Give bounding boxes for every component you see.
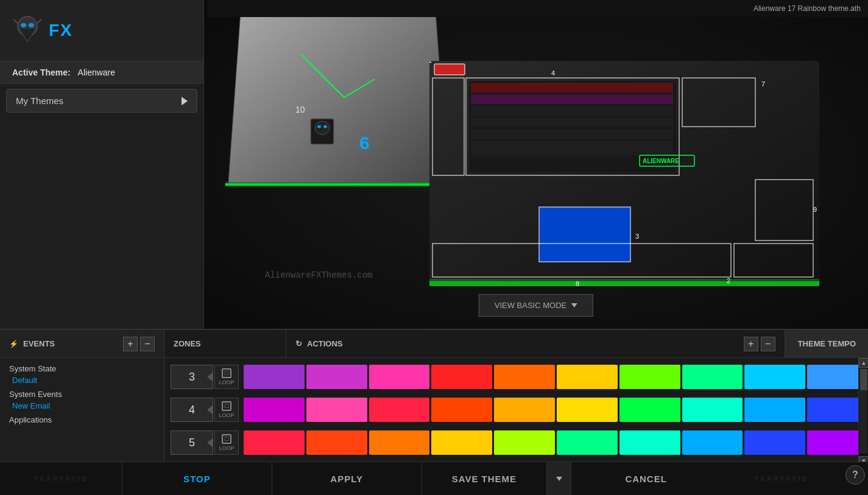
loop-3-icon: ☐ — [222, 368, 231, 378]
events-add-remove: + − — [123, 337, 155, 351]
watermark-text: AlienwareFXThemes.com — [265, 270, 372, 280]
row-5-number[interactable]: 5 — [171, 430, 213, 455]
svg-line-3 — [13, 19, 17, 23]
panel-content: System State Default System Events New E… — [0, 358, 868, 466]
stop-button[interactable]: STOP — [122, 462, 272, 495]
swatch-3-5[interactable] — [557, 365, 618, 389]
row-3-number[interactable]: 3 — [171, 365, 213, 389]
row-4-number[interactable]: 4 — [171, 398, 213, 422]
apply-button[interactable]: APPLY — [272, 462, 422, 495]
swatch-4-6[interactable] — [619, 398, 680, 422]
my-themes-label: My Themes — [16, 96, 63, 106]
svg-point-2 — [29, 23, 34, 27]
swatch-4-0[interactable] — [244, 398, 305, 422]
watermark-left: YEARFAVID — [0, 462, 122, 495]
swatch-3-0[interactable] — [244, 365, 305, 389]
logo-area: FX — [0, 0, 203, 61]
svg-point-12 — [315, 121, 330, 135]
help-button[interactable]: ? — [845, 465, 865, 485]
actions-section-header: ↻ ACTIONS + − — [286, 330, 785, 357]
swatch-5-7[interactable] — [682, 430, 743, 455]
events-remove-button[interactable]: − — [140, 337, 155, 351]
svg-point-14 — [323, 125, 327, 128]
swatch-4-1[interactable] — [306, 398, 367, 422]
system-state-default[interactable]: Default — [12, 376, 155, 385]
loop-4-label: LOOP — [219, 412, 234, 418]
svg-rect-18 — [429, 279, 819, 286]
svg-rect-30 — [471, 83, 673, 93]
laptop-lid: 10 6 — [216, 6, 460, 189]
loop-3-label: LOOP — [219, 379, 234, 385]
row-4-arrow-icon — [207, 405, 213, 415]
loop-4-icon: ☐ — [222, 401, 231, 411]
swatch-4-8[interactable] — [744, 398, 805, 422]
swatch-5-8[interactable] — [744, 430, 805, 455]
new-email-item[interactable]: New Email — [12, 401, 155, 410]
alienware-logo-icon — [12, 15, 43, 46]
swatch-5-5[interactable] — [557, 430, 618, 455]
row-3-swatches — [244, 365, 868, 389]
theme-tempo-button[interactable]: THEME TEMPO — [785, 330, 868, 357]
title-bar: Alienware 17 Rainbow theme.ath — [207, 0, 868, 17]
view-mode-dropdown-icon — [571, 303, 577, 307]
main-content: 10 6 — [204, 0, 868, 329]
row-4-loop[interactable]: ☐ LOOP — [214, 398, 239, 422]
row-4-swatches — [244, 398, 868, 422]
swatch-3-3[interactable] — [431, 365, 492, 389]
svg-text:1: 1 — [429, 61, 432, 64]
events-panel: System State Default System Events New E… — [0, 358, 164, 466]
actions-add-remove: + − — [744, 337, 775, 351]
save-theme-dropdown-button[interactable] — [546, 462, 571, 495]
loop-5-label: LOOP — [219, 445, 234, 451]
loop-5-icon: ☐ — [222, 434, 231, 444]
actions-remove-button[interactable]: − — [761, 337, 775, 351]
save-theme-dropdown-icon — [556, 477, 562, 481]
swatch-5-3[interactable] — [431, 430, 492, 455]
swatch-4-3[interactable] — [431, 398, 492, 422]
swatch-4-5[interactable] — [557, 398, 618, 422]
svg-rect-38 — [539, 207, 630, 262]
save-theme-group: SAVE THEME — [422, 462, 571, 495]
swatch-5-4[interactable] — [494, 430, 555, 455]
swatch-4-7[interactable] — [682, 398, 743, 422]
zones-label: ZONES — [174, 339, 201, 348]
my-themes-button[interactable]: My Themes — [6, 89, 197, 113]
swatch-5-2[interactable] — [369, 430, 430, 455]
svg-text:10: 10 — [295, 105, 305, 114]
swatch-3-2[interactable] — [369, 365, 430, 389]
swatch-5-1[interactable] — [306, 430, 367, 455]
title-text: Alienware 17 Rainbow theme.ath — [753, 4, 861, 13]
color-rows-area: 3 ☐ LOOP — [164, 358, 868, 466]
swatch-3-1[interactable] — [306, 365, 367, 389]
swatch-5-0[interactable] — [244, 430, 305, 455]
swatch-3-7[interactable] — [682, 365, 743, 389]
scroll-up-button[interactable]: ▲ — [859, 358, 868, 368]
swatch-4-4[interactable] — [494, 398, 555, 422]
view-basic-mode-button[interactable]: VIEW BASIC MODE — [479, 294, 593, 317]
svg-rect-31 — [471, 94, 673, 104]
actions-label: ACTIONS — [307, 339, 343, 348]
svg-text:2: 2 — [727, 277, 730, 284]
row-3-arrow-icon — [207, 372, 213, 382]
active-theme-label: Active Theme: — [12, 68, 71, 77]
vertical-scrollbar[interactable]: ▲ ▼ — [858, 358, 868, 466]
cancel-button[interactable]: CANCEL — [571, 462, 721, 495]
swatch-3-6[interactable] — [619, 365, 680, 389]
swatch-5-6[interactable] — [619, 430, 680, 455]
watermark-right: YEARFAVID — [721, 462, 842, 495]
row-3-loop[interactable]: ☐ LOOP — [214, 365, 239, 389]
actions-icon: ↻ — [295, 339, 302, 348]
events-add-button[interactable]: + — [123, 337, 138, 351]
svg-rect-19 — [434, 64, 465, 75]
row-5-loop[interactable]: ☐ LOOP — [214, 430, 239, 455]
view-basic-mode-label: VIEW BASIC MODE — [495, 301, 566, 310]
swatch-3-4[interactable] — [494, 365, 555, 389]
svg-line-4 — [37, 19, 41, 23]
save-theme-button[interactable]: SAVE THEME — [422, 462, 547, 495]
actions-add-button[interactable]: + — [744, 337, 758, 351]
svg-rect-29 — [471, 141, 673, 155]
swatch-4-2[interactable] — [369, 398, 430, 422]
color-row-5: 5 ☐ LOOP — [164, 427, 868, 458]
swatch-3-8[interactable] — [744, 365, 805, 389]
scroll-thumb[interactable] — [860, 369, 867, 390]
